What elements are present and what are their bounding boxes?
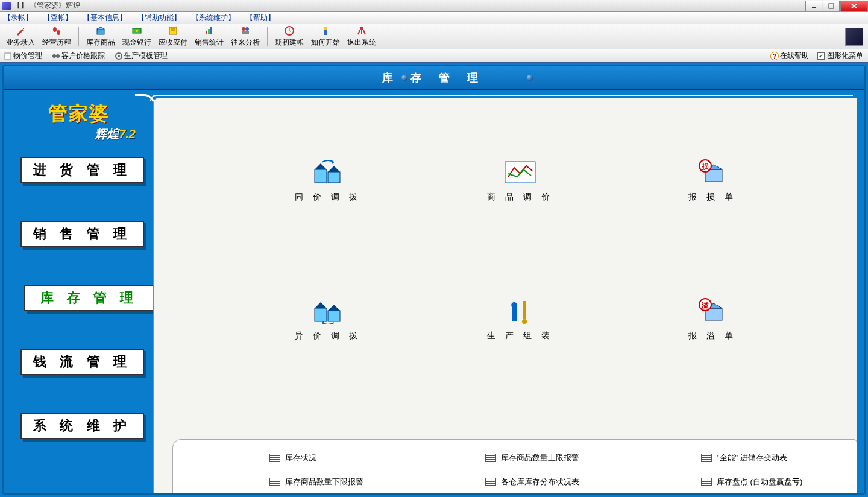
link-stock-status[interactable]: 库存状况 <box>269 449 401 466</box>
tab-system[interactable]: 系 统 维 护 <box>20 413 144 439</box>
online-help[interactable]: ?在线帮助 <box>770 51 809 61</box>
svg-point-43 <box>522 319 527 324</box>
item-same-price-transfer[interactable]: 同 价 调 拨 <box>232 159 424 249</box>
menu-aux[interactable]: 【辅助功能】 <box>137 13 181 23</box>
link-warehouse-dist[interactable]: 各仓库库存分布状况表 <box>485 473 617 490</box>
main-area: 库 存 管 理 管家婆 辉煌7.2 进 货 管 理 销 售 管 理 库 存 管 … <box>0 63 868 497</box>
window-title: 【】 《管家婆》辉煌 <box>13 1 80 11</box>
svg-point-21 <box>360 27 363 30</box>
warehouse-swap-icon <box>310 159 346 186</box>
loss-icon: 损 <box>694 159 731 186</box>
svg-marker-28 <box>315 163 327 169</box>
report-icon <box>701 454 712 462</box>
svg-text:损: 损 <box>701 162 709 171</box>
chart-adjust-icon <box>502 159 538 186</box>
svg-rect-6 <box>97 29 104 34</box>
report-icon <box>485 478 496 486</box>
link-inventory-check[interactable]: 库存盘点 (自动盘赢盘亏) <box>701 473 832 490</box>
money-icon <box>131 25 142 36</box>
item-diff-price-transfer[interactable]: 异 价 调 拨 <box>232 297 424 388</box>
svg-rect-37 <box>315 308 327 321</box>
svg-point-5 <box>57 30 60 35</box>
tb-howto[interactable]: 如何开始 <box>307 24 344 49</box>
tab-purchase[interactable]: 进 货 管 理 <box>20 157 144 183</box>
bottom-links-panel: 库存状况 库存商品数量上限报警 "全能" 进销存变动表 库存商品数量下限报警 各… <box>172 439 857 493</box>
svg-rect-17 <box>242 31 249 34</box>
svg-point-8 <box>136 30 138 32</box>
link-all-change[interactable]: "全能" 进销存变动表 <box>701 449 832 466</box>
window-titlebar: 【】 《管家婆》辉煌 <box>0 0 868 12</box>
item-overflow-order[interactable]: 溢 报 溢 单 <box>616 297 808 388</box>
book-icon <box>168 25 178 36</box>
svg-text:溢: 溢 <box>701 301 709 309</box>
tab-sales[interactable]: 销 售 管 理 <box>20 221 144 247</box>
tb-init[interactable]: 期初建帐 <box>271 24 307 49</box>
svg-rect-13 <box>208 29 210 34</box>
menu-sys[interactable]: 【系统维护】 <box>192 13 235 23</box>
sec-customer-price[interactable]: 客户价格跟踪 <box>52 51 105 61</box>
secondary-toolbar: 物价管理 客户价格跟踪 生产模板管理 ?在线帮助 ✓图形化菜单 <box>0 49 868 63</box>
tb-analysis[interactable]: 往来分析 <box>227 24 263 49</box>
tb-business-entry[interactable]: 业务录入 <box>2 24 39 49</box>
link-lower-alarm[interactable]: 库存商品数量下限报警 <box>269 473 401 490</box>
svg-rect-42 <box>523 301 526 319</box>
pen-icon <box>15 25 26 36</box>
report-icon <box>269 478 280 486</box>
svg-point-23 <box>52 54 56 58</box>
sec-template[interactable]: 生产模板管理 <box>115 51 168 61</box>
tb-history[interactable]: 经营历程 <box>39 24 75 49</box>
svg-marker-30 <box>328 166 340 172</box>
tb-exit[interactable]: 退出系统 <box>344 24 380 49</box>
svg-rect-12 <box>206 31 207 34</box>
page-title: 库 存 管 理 <box>382 71 485 85</box>
canvas: 同 价 调 拨 商 品 调 价 损 报 损 单 异 价 调 拨 <box>153 98 857 493</box>
svg-rect-22 <box>5 53 11 59</box>
svg-point-16 <box>245 27 249 31</box>
svg-marker-40 <box>328 305 340 311</box>
clock-icon <box>284 25 295 36</box>
window-close[interactable] <box>840 1 868 11</box>
binoculars-icon <box>52 52 60 60</box>
item-production[interactable]: 生 产 组 装 <box>424 297 617 388</box>
item-price-adjust[interactable]: 商 品 调 价 <box>424 159 617 249</box>
menu-query[interactable]: 【查帐】 <box>43 13 72 23</box>
svg-point-15 <box>242 27 245 31</box>
tb-cash[interactable]: 现金银行 <box>119 24 155 49</box>
svg-rect-27 <box>315 169 327 183</box>
window-maximize[interactable] <box>823 1 840 11</box>
tools-icon <box>502 297 538 324</box>
svg-marker-31 <box>332 160 334 165</box>
tab-cashflow[interactable]: 钱 流 管 理 <box>20 349 144 375</box>
brand-logo: 管家婆 辉煌7.2 <box>11 94 146 148</box>
people-icon <box>240 25 251 36</box>
svg-rect-29 <box>328 172 340 183</box>
doc-icon <box>4 52 12 60</box>
tb-inventory[interactable]: 库存商品 <box>83 24 119 49</box>
chart-icon <box>204 25 215 36</box>
toolbar: 业务录入 经营历程 库存商品 现金银行 应收应付 销售统计 往来分析 期初建帐 … <box>0 24 868 49</box>
menubar: 【录帐】 【查帐】 【基本信息】 【辅助功能】 【系统维护】 【帮助】 <box>0 12 868 24</box>
decor-dot-icon <box>401 75 407 81</box>
tab-inventory[interactable]: 库 存 管 理 <box>24 285 153 311</box>
person-icon <box>320 25 331 36</box>
link-upper-alarm[interactable]: 库存商品数量上限报警 <box>485 449 617 466</box>
graphic-menu-toggle[interactable]: ✓图形化菜单 <box>817 51 863 61</box>
page-header: 库 存 管 理 <box>4 66 864 90</box>
item-loss-order[interactable]: 损 报 损 单 <box>616 159 808 249</box>
app-logo-icon <box>845 28 863 46</box>
window-minimize[interactable] <box>805 1 822 11</box>
exit-icon <box>356 25 367 36</box>
svg-point-19 <box>324 27 327 30</box>
warehouse-swap-icon <box>310 297 346 324</box>
menu-help[interactable]: 【帮助】 <box>246 13 275 23</box>
svg-marker-38 <box>315 302 327 308</box>
sec-price-mgmt[interactable]: 物价管理 <box>4 51 42 61</box>
menu-basic[interactable]: 【基本信息】 <box>83 13 127 23</box>
report-icon <box>485 454 496 462</box>
tb-receivable[interactable]: 应收应付 <box>155 24 191 49</box>
menu-record[interactable]: 【录帐】 <box>4 13 33 23</box>
tb-sales-stat[interactable]: 销售统计 <box>191 24 227 49</box>
svg-point-26 <box>118 55 120 57</box>
svg-rect-20 <box>324 30 327 35</box>
app-icon <box>2 2 11 10</box>
